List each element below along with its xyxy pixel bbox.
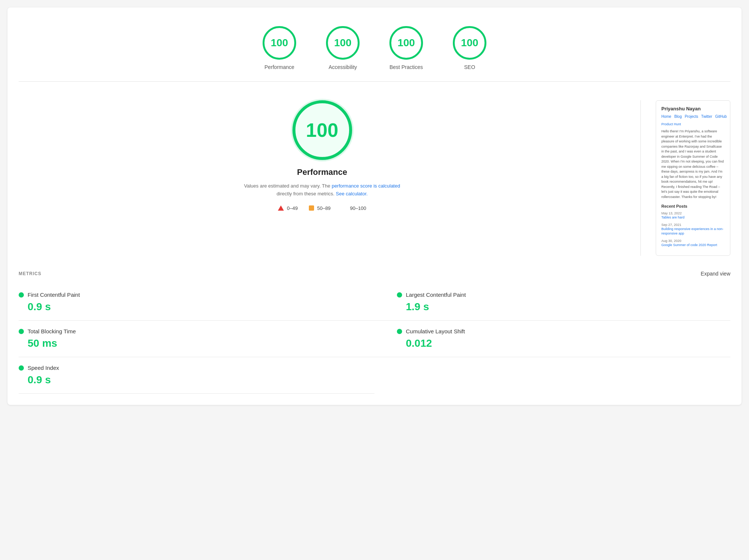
- score-label-performance: Performance: [264, 64, 294, 70]
- metric-dot-cls: [397, 329, 402, 334]
- legend-item-orange: 50–89: [309, 205, 330, 211]
- preview-post-3: Aug 30, 2020 Google Summer of code 2020 …: [661, 239, 725, 248]
- score-circle-best-practices: 100: [389, 26, 423, 60]
- score-value-best-practices: 100: [398, 37, 415, 49]
- preview-post-3-date: Aug 30, 2020: [661, 239, 725, 243]
- preview-nav-projects: Projects: [685, 114, 698, 119]
- preview-nav-home: Home: [661, 114, 671, 119]
- preview-post-1: May 13, 2022 Tables are hard: [661, 211, 725, 220]
- score-value-accessibility: 100: [334, 37, 352, 49]
- preview-body: Hello there! I'm Priyanshu, a software e…: [661, 129, 725, 199]
- metrics-header: METRICS Expand view: [19, 271, 730, 277]
- big-score-circle: 100: [292, 100, 352, 160]
- orange-square-icon: [309, 205, 314, 211]
- metrics-section-label: METRICS: [19, 271, 41, 276]
- metric-header-lcp: Largest Contentful Paint: [397, 292, 723, 298]
- preview-post-2-title: Building responsive experiences in a non…: [661, 227, 725, 236]
- metric-item-lcp: Largest Contentful Paint 1.9 s: [374, 284, 730, 321]
- score-circle-seo: 100: [453, 26, 486, 60]
- site-preview-card: Priyanshu Nayan Home Blog Projects Twitt…: [656, 100, 730, 256]
- red-triangle-icon: [278, 205, 284, 211]
- metric-dot-lcp: [397, 292, 402, 298]
- metric-value-cls: 0.012: [406, 337, 723, 349]
- legend-item-red: 0–49: [278, 205, 298, 211]
- preview-post-1-title: Tables are hard: [661, 215, 725, 220]
- score-item-accessibility: 100 Accessibility: [326, 26, 360, 70]
- big-score-value: 100: [306, 119, 338, 141]
- metric-value-si: 0.9 s: [28, 374, 367, 386]
- green-dot-icon: [342, 205, 347, 211]
- preview-navigation: Home Blog Projects Twitter GitHub: [661, 114, 725, 119]
- score-label-best-practices: Best Practices: [389, 64, 423, 70]
- metric-name-si: Speed Index: [28, 365, 59, 371]
- metric-header-fcp: First Contentful Paint: [19, 292, 367, 298]
- score-value-performance: 100: [271, 37, 288, 49]
- preview-post-3-title: Google Summer of code 2020 Report: [661, 243, 725, 248]
- metric-value-lcp: 1.9 s: [406, 301, 723, 313]
- metric-item-si: Speed Index 0.9 s: [19, 357, 374, 394]
- metric-name-tbt: Total Blocking Time: [28, 328, 76, 334]
- vertical-divider: [640, 100, 641, 256]
- preview-post-2-date: Sep 27, 2021: [661, 223, 725, 227]
- description-start: Values are estimated and may vary. The: [244, 183, 330, 189]
- top-divider: [19, 81, 730, 82]
- preview-site-name: Priyanshu Nayan: [661, 106, 725, 111]
- metric-header-si: Speed Index: [19, 365, 367, 371]
- preview-nav-product-hunt: Product Hunt: [661, 122, 725, 126]
- metric-header-tbt: Total Blocking Time: [19, 328, 367, 334]
- legend: 0–49 50–89 90–100: [278, 205, 366, 211]
- preview-nav-blog: Blog: [674, 114, 682, 119]
- metric-dot-si: [19, 365, 24, 371]
- expand-view-button[interactable]: Expand view: [701, 271, 730, 277]
- score-description: Values are estimated and may vary. The p…: [240, 182, 404, 198]
- score-label-accessibility: Accessibility: [329, 64, 357, 70]
- score-value-seo: 100: [461, 37, 479, 49]
- preview-recent-posts-title: Recent Posts: [661, 204, 725, 208]
- legend-green-range: 90–100: [350, 205, 366, 211]
- main-container: 100 Performance 100 Accessibility 100 Be…: [7, 7, 742, 405]
- preview-post-2: Sep 27, 2021 Building responsive experie…: [661, 223, 725, 236]
- score-item-seo: 100 SEO: [453, 26, 486, 70]
- legend-red-range: 0–49: [287, 205, 298, 211]
- calculator-link[interactable]: See calculator.: [336, 191, 367, 196]
- score-label-seo: SEO: [464, 64, 475, 70]
- metrics-section: METRICS Expand view First Contentful Pai…: [19, 271, 730, 394]
- metric-item-tbt: Total Blocking Time 50 ms: [19, 321, 374, 357]
- metric-name-lcp: Largest Contentful Paint: [406, 292, 466, 298]
- performance-section-title: Performance: [297, 167, 347, 177]
- metrics-grid: First Contentful Paint 0.9 s Largest Con…: [19, 284, 730, 394]
- score-item-performance: 100 Performance: [263, 26, 296, 70]
- metric-value-fcp: 0.9 s: [28, 301, 367, 313]
- main-content-area: 100 Performance Values are estimated and…: [19, 93, 730, 263]
- preview-post-1-date: May 13, 2022: [661, 211, 725, 215]
- preview-nav-github: GitHub: [715, 114, 727, 119]
- performance-detail-section: 100 Performance Values are estimated and…: [19, 100, 626, 211]
- score-circle-accessibility: 100: [326, 26, 360, 60]
- legend-orange-range: 50–89: [317, 205, 330, 211]
- metric-value-tbt: 50 ms: [28, 337, 367, 349]
- scores-section: 100 Performance 100 Accessibility 100 Be…: [19, 19, 730, 81]
- metric-dot-tbt: [19, 329, 24, 334]
- score-circle-performance: 100: [263, 26, 296, 60]
- metric-item-cls: Cumulative Layout Shift 0.012: [374, 321, 730, 357]
- score-item-best-practices: 100 Best Practices: [389, 26, 423, 70]
- metric-item-fcp: First Contentful Paint 0.9 s: [19, 284, 374, 321]
- metric-dot-fcp: [19, 292, 24, 298]
- preview-nav-twitter: Twitter: [701, 114, 712, 119]
- perf-score-link[interactable]: performance score is calculated: [332, 183, 400, 189]
- metric-name-fcp: First Contentful Paint: [28, 292, 80, 298]
- metric-header-cls: Cumulative Layout Shift: [397, 328, 723, 334]
- legend-item-green: 90–100: [342, 205, 366, 211]
- metric-name-cls: Cumulative Layout Shift: [406, 328, 465, 334]
